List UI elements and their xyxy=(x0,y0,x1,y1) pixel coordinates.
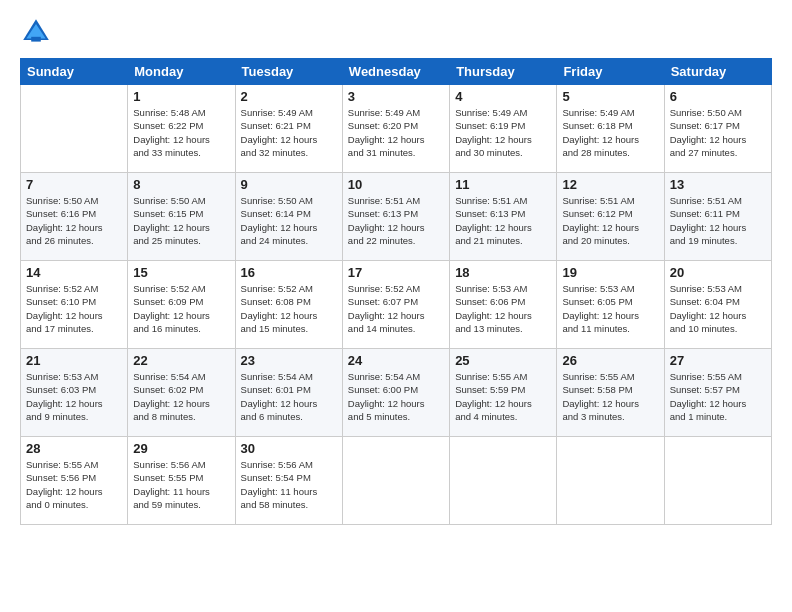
calendar-cell xyxy=(450,437,557,525)
day-info: Sunrise: 5:55 AM Sunset: 5:56 PM Dayligh… xyxy=(26,458,122,511)
day-number: 3 xyxy=(348,89,444,104)
calendar-cell: 29Sunrise: 5:56 AM Sunset: 5:55 PM Dayli… xyxy=(128,437,235,525)
day-info: Sunrise: 5:51 AM Sunset: 6:11 PM Dayligh… xyxy=(670,194,766,247)
calendar-cell: 4Sunrise: 5:49 AM Sunset: 6:19 PM Daylig… xyxy=(450,85,557,173)
day-info: Sunrise: 5:51 AM Sunset: 6:13 PM Dayligh… xyxy=(348,194,444,247)
day-number: 23 xyxy=(241,353,337,368)
day-number: 12 xyxy=(562,177,658,192)
calendar-table: SundayMondayTuesdayWednesdayThursdayFrid… xyxy=(20,58,772,525)
day-info: Sunrise: 5:56 AM Sunset: 5:54 PM Dayligh… xyxy=(241,458,337,511)
logo-icon xyxy=(20,16,52,48)
calendar-cell: 26Sunrise: 5:55 AM Sunset: 5:58 PM Dayli… xyxy=(557,349,664,437)
calendar-cell: 24Sunrise: 5:54 AM Sunset: 6:00 PM Dayli… xyxy=(342,349,449,437)
day-number: 25 xyxy=(455,353,551,368)
calendar-cell: 15Sunrise: 5:52 AM Sunset: 6:09 PM Dayli… xyxy=(128,261,235,349)
calendar-cell: 2Sunrise: 5:49 AM Sunset: 6:21 PM Daylig… xyxy=(235,85,342,173)
day-number: 10 xyxy=(348,177,444,192)
day-number: 9 xyxy=(241,177,337,192)
calendar-cell: 9Sunrise: 5:50 AM Sunset: 6:14 PM Daylig… xyxy=(235,173,342,261)
calendar-cell: 11Sunrise: 5:51 AM Sunset: 6:13 PM Dayli… xyxy=(450,173,557,261)
calendar-cell: 7Sunrise: 5:50 AM Sunset: 6:16 PM Daylig… xyxy=(21,173,128,261)
day-number: 13 xyxy=(670,177,766,192)
day-number: 27 xyxy=(670,353,766,368)
calendar-cell: 6Sunrise: 5:50 AM Sunset: 6:17 PM Daylig… xyxy=(664,85,771,173)
day-number: 21 xyxy=(26,353,122,368)
day-number: 1 xyxy=(133,89,229,104)
calendar-cell: 27Sunrise: 5:55 AM Sunset: 5:57 PM Dayli… xyxy=(664,349,771,437)
day-info: Sunrise: 5:55 AM Sunset: 5:58 PM Dayligh… xyxy=(562,370,658,423)
calendar-cell: 16Sunrise: 5:52 AM Sunset: 6:08 PM Dayli… xyxy=(235,261,342,349)
weekday-header-row: SundayMondayTuesdayWednesdayThursdayFrid… xyxy=(21,59,772,85)
day-info: Sunrise: 5:50 AM Sunset: 6:14 PM Dayligh… xyxy=(241,194,337,247)
calendar-cell: 28Sunrise: 5:55 AM Sunset: 5:56 PM Dayli… xyxy=(21,437,128,525)
calendar-cell: 17Sunrise: 5:52 AM Sunset: 6:07 PM Dayli… xyxy=(342,261,449,349)
day-number: 29 xyxy=(133,441,229,456)
day-number: 2 xyxy=(241,89,337,104)
day-number: 30 xyxy=(241,441,337,456)
calendar-cell: 23Sunrise: 5:54 AM Sunset: 6:01 PM Dayli… xyxy=(235,349,342,437)
calendar-cell: 3Sunrise: 5:49 AM Sunset: 6:20 PM Daylig… xyxy=(342,85,449,173)
calendar-cell: 5Sunrise: 5:49 AM Sunset: 6:18 PM Daylig… xyxy=(557,85,664,173)
calendar-cell: 18Sunrise: 5:53 AM Sunset: 6:06 PM Dayli… xyxy=(450,261,557,349)
day-info: Sunrise: 5:52 AM Sunset: 6:08 PM Dayligh… xyxy=(241,282,337,335)
day-info: Sunrise: 5:53 AM Sunset: 6:06 PM Dayligh… xyxy=(455,282,551,335)
day-number: 5 xyxy=(562,89,658,104)
day-info: Sunrise: 5:52 AM Sunset: 6:07 PM Dayligh… xyxy=(348,282,444,335)
day-info: Sunrise: 5:51 AM Sunset: 6:13 PM Dayligh… xyxy=(455,194,551,247)
calendar-cell: 1Sunrise: 5:48 AM Sunset: 6:22 PM Daylig… xyxy=(128,85,235,173)
day-number: 26 xyxy=(562,353,658,368)
day-info: Sunrise: 5:52 AM Sunset: 6:10 PM Dayligh… xyxy=(26,282,122,335)
calendar-cell: 8Sunrise: 5:50 AM Sunset: 6:15 PM Daylig… xyxy=(128,173,235,261)
day-number: 16 xyxy=(241,265,337,280)
day-number: 28 xyxy=(26,441,122,456)
day-number: 14 xyxy=(26,265,122,280)
calendar-cell: 30Sunrise: 5:56 AM Sunset: 5:54 PM Dayli… xyxy=(235,437,342,525)
day-info: Sunrise: 5:54 AM Sunset: 6:00 PM Dayligh… xyxy=(348,370,444,423)
calendar-cell xyxy=(664,437,771,525)
calendar-cell: 12Sunrise: 5:51 AM Sunset: 6:12 PM Dayli… xyxy=(557,173,664,261)
day-number: 11 xyxy=(455,177,551,192)
day-number: 19 xyxy=(562,265,658,280)
calendar-cell xyxy=(21,85,128,173)
day-info: Sunrise: 5:49 AM Sunset: 6:20 PM Dayligh… xyxy=(348,106,444,159)
day-info: Sunrise: 5:49 AM Sunset: 6:18 PM Dayligh… xyxy=(562,106,658,159)
day-info: Sunrise: 5:54 AM Sunset: 6:01 PM Dayligh… xyxy=(241,370,337,423)
calendar-cell: 19Sunrise: 5:53 AM Sunset: 6:05 PM Dayli… xyxy=(557,261,664,349)
day-info: Sunrise: 5:53 AM Sunset: 6:04 PM Dayligh… xyxy=(670,282,766,335)
header xyxy=(20,16,772,48)
weekday-friday: Friday xyxy=(557,59,664,85)
day-info: Sunrise: 5:53 AM Sunset: 6:05 PM Dayligh… xyxy=(562,282,658,335)
weekday-sunday: Sunday xyxy=(21,59,128,85)
day-info: Sunrise: 5:50 AM Sunset: 6:16 PM Dayligh… xyxy=(26,194,122,247)
day-info: Sunrise: 5:55 AM Sunset: 5:57 PM Dayligh… xyxy=(670,370,766,423)
calendar-cell: 21Sunrise: 5:53 AM Sunset: 6:03 PM Dayli… xyxy=(21,349,128,437)
day-info: Sunrise: 5:52 AM Sunset: 6:09 PM Dayligh… xyxy=(133,282,229,335)
day-number: 18 xyxy=(455,265,551,280)
calendar-cell xyxy=(342,437,449,525)
calendar-cell: 20Sunrise: 5:53 AM Sunset: 6:04 PM Dayli… xyxy=(664,261,771,349)
page: SundayMondayTuesdayWednesdayThursdayFrid… xyxy=(0,0,792,612)
weekday-wednesday: Wednesday xyxy=(342,59,449,85)
week-row-1: 7Sunrise: 5:50 AM Sunset: 6:16 PM Daylig… xyxy=(21,173,772,261)
day-number: 24 xyxy=(348,353,444,368)
calendar-cell: 22Sunrise: 5:54 AM Sunset: 6:02 PM Dayli… xyxy=(128,349,235,437)
week-row-2: 14Sunrise: 5:52 AM Sunset: 6:10 PM Dayli… xyxy=(21,261,772,349)
day-info: Sunrise: 5:50 AM Sunset: 6:15 PM Dayligh… xyxy=(133,194,229,247)
svg-rect-2 xyxy=(31,37,41,42)
day-info: Sunrise: 5:50 AM Sunset: 6:17 PM Dayligh… xyxy=(670,106,766,159)
day-info: Sunrise: 5:48 AM Sunset: 6:22 PM Dayligh… xyxy=(133,106,229,159)
day-info: Sunrise: 5:55 AM Sunset: 5:59 PM Dayligh… xyxy=(455,370,551,423)
day-number: 15 xyxy=(133,265,229,280)
week-row-3: 21Sunrise: 5:53 AM Sunset: 6:03 PM Dayli… xyxy=(21,349,772,437)
calendar-cell: 25Sunrise: 5:55 AM Sunset: 5:59 PM Dayli… xyxy=(450,349,557,437)
day-info: Sunrise: 5:51 AM Sunset: 6:12 PM Dayligh… xyxy=(562,194,658,247)
day-number: 7 xyxy=(26,177,122,192)
day-info: Sunrise: 5:54 AM Sunset: 6:02 PM Dayligh… xyxy=(133,370,229,423)
day-number: 6 xyxy=(670,89,766,104)
calendar-cell xyxy=(557,437,664,525)
calendar-cell: 14Sunrise: 5:52 AM Sunset: 6:10 PM Dayli… xyxy=(21,261,128,349)
weekday-thursday: Thursday xyxy=(450,59,557,85)
weekday-monday: Monday xyxy=(128,59,235,85)
day-info: Sunrise: 5:49 AM Sunset: 6:21 PM Dayligh… xyxy=(241,106,337,159)
calendar-cell: 10Sunrise: 5:51 AM Sunset: 6:13 PM Dayli… xyxy=(342,173,449,261)
